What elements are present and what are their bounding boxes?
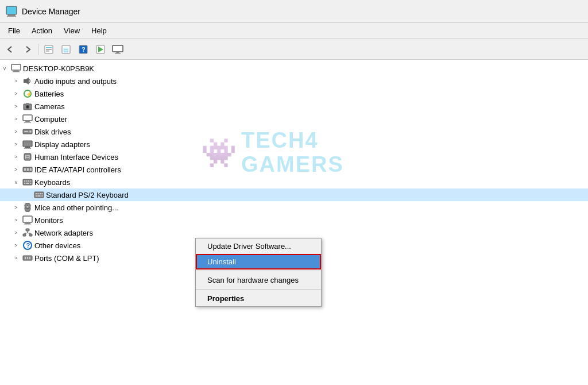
svg-text:▤: ▤ [63, 47, 68, 53]
svg-text:⚡: ⚡ [26, 91, 33, 98]
tree-item-ps2keyboard[interactable]: Standard PS/2 Keyboard [0, 188, 588, 201]
title-bar-text: Device Manager [22, 7, 80, 16]
context-menu-separator-2 [196, 289, 321, 290]
context-menu: Update Driver Software... Uninstall Scan… [195, 238, 322, 307]
monitor-button[interactable] [110, 42, 126, 57]
tree-item-keyboards[interactable]: v Keyboards [0, 176, 588, 188]
ide-expand[interactable]: > [11, 165, 21, 174]
context-menu-uninstall[interactable]: Uninstall [196, 254, 321, 270]
svg-rect-34 [25, 147, 30, 148]
svg-rect-57 [42, 193, 43, 194]
network-expand[interactable]: > [11, 228, 21, 237]
svg-rect-26 [26, 103, 29, 105]
hid-expand[interactable]: > [11, 152, 21, 161]
ide-label: IDE ATA/ATAPI controllers [34, 165, 121, 174]
svg-rect-5 [46, 49, 52, 50]
device-tree[interactable]: 👾 TECH 4 GAMERS v DESKTOP-K0PSB9K [0, 60, 588, 385]
svg-rect-46 [24, 180, 25, 182]
display-label: Display adapters [34, 140, 90, 149]
svg-text:?: ? [82, 46, 86, 53]
svg-rect-54 [36, 193, 37, 194]
computer-label: Computer [34, 115, 67, 124]
toolbar-separator-1 [38, 44, 38, 55]
cameras-icon [22, 101, 33, 111]
tree-item-batteries[interactable]: > ⚡ Batteries [0, 87, 588, 100]
svg-rect-35 [24, 148, 31, 149]
batteries-icon: ⚡ [22, 88, 33, 99]
svg-rect-18 [13, 71, 20, 72]
menu-view[interactable]: View [58, 25, 86, 37]
keyboards-label: Keyboards [34, 178, 70, 187]
svg-rect-19 [24, 79, 26, 83]
tree-item-diskdrives[interactable]: > Disk drives [0, 125, 588, 138]
properties-button[interactable] [41, 42, 57, 57]
monitors-icon [22, 215, 33, 225]
context-menu-update-driver[interactable]: Update Driver Software... [196, 238, 321, 254]
svg-rect-17 [14, 70, 18, 71]
update-driver-button[interactable]: ▤ [58, 42, 74, 57]
display-expand[interactable]: > [11, 140, 21, 149]
back-button[interactable] [2, 42, 18, 57]
mice-label: Mice and other pointing... [34, 203, 118, 212]
svg-rect-6 [46, 51, 49, 52]
menu-file[interactable]: File [2, 25, 26, 37]
root-expand[interactable]: v [0, 64, 9, 73]
menu-help[interactable]: Help [86, 25, 113, 37]
tree-item-ide[interactable]: > IDE ATA/ATAPI controllers [0, 163, 588, 176]
svg-rect-2 [7, 16, 16, 17]
hid-icon [22, 152, 33, 162]
tree-item-displayadapters[interactable]: > Display adapters [0, 138, 588, 151]
ports-expand[interactable]: > [11, 253, 21, 263]
svg-rect-32 [24, 131, 28, 132]
svg-rect-66 [25, 222, 30, 224]
svg-rect-4 [46, 47, 52, 48]
audio-icon [22, 76, 33, 86]
hid-label: Human Interface Devices [34, 153, 118, 161]
batteries-expand[interactable]: > [11, 89, 21, 98]
diskdrives-icon [22, 126, 33, 137]
toolbar: ▤ ? [0, 39, 588, 60]
monitors-expand[interactable]: > [11, 215, 21, 225]
mice-icon [22, 202, 33, 213]
forward-button[interactable] [20, 42, 36, 57]
other-label: Other devices [34, 241, 80, 250]
ports-icon [22, 253, 33, 263]
svg-rect-27 [23, 115, 32, 121]
tree-item-hid[interactable]: > Human Interface Devices [0, 151, 588, 163]
tree-item-cameras[interactable]: > Cameras [0, 100, 588, 113]
svg-rect-70 [29, 234, 32, 236]
menu-bar: File Action View Help [0, 23, 588, 39]
other-expand[interactable]: > [11, 241, 21, 250]
svg-rect-42 [24, 168, 26, 171]
svg-rect-44 [30, 168, 32, 171]
svg-rect-43 [27, 168, 29, 171]
diskdrives-label: Disk drives [34, 128, 71, 136]
help-button[interactable]: ? [75, 42, 91, 57]
cameras-expand[interactable]: > [11, 102, 21, 111]
svg-line-72 [25, 233, 28, 234]
title-bar-icon [6, 6, 17, 17]
audio-expand[interactable]: > [11, 76, 21, 86]
tree-item-monitors[interactable]: > Monitors [0, 214, 588, 226]
menu-action[interactable]: Action [26, 25, 58, 37]
context-menu-scan[interactable]: Scan for hardware changes [196, 272, 321, 288]
svg-rect-68 [26, 229, 29, 231]
diskdrives-expand[interactable]: > [11, 127, 21, 136]
svg-rect-1 [8, 14, 15, 16]
computer-expand[interactable]: > [11, 114, 21, 124]
svg-rect-79 [29, 257, 30, 259]
tree-item-audio[interactable]: > Audio inputs and outputs [0, 75, 588, 87]
tree-root[interactable]: v DESKTOP-K0PSB9K [0, 62, 588, 75]
context-menu-properties[interactable]: Properties [196, 291, 321, 306]
tree-item-network[interactable]: > Network adapters [0, 226, 588, 239]
tree-item-mice[interactable]: > Mice and other pointing... [0, 201, 588, 214]
tree-item-computer[interactable]: > Computer [0, 113, 588, 125]
svg-rect-52 [30, 183, 32, 184]
enable-button[interactable] [92, 42, 109, 57]
ps2keyboard-label: Standard PS/2 Keyboard [46, 191, 129, 199]
svg-rect-69 [23, 234, 26, 236]
ps2-expand [23, 190, 32, 199]
svg-rect-50 [24, 183, 25, 184]
mice-expand[interactable]: > [11, 203, 21, 212]
keyboards-expand[interactable]: v [11, 178, 21, 187]
